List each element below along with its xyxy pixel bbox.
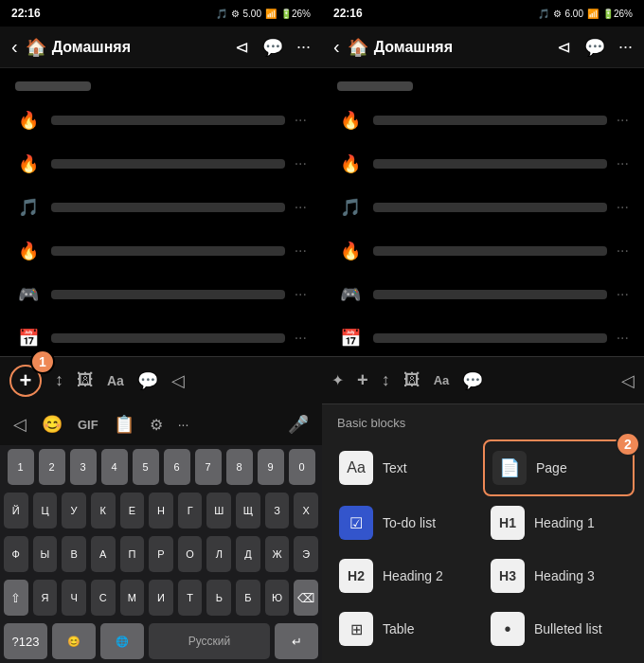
right-list-item[interactable]: 🎮 ···: [322, 273, 644, 316]
share-icon[interactable]: ⊲: [235, 37, 249, 58]
num-key[interactable]: ?123: [4, 623, 47, 659]
key-t[interactable]: Т: [178, 580, 203, 616]
item-more-4[interactable]: ···: [295, 242, 307, 260]
key-ch[interactable]: Ч: [62, 580, 86, 616]
block-text[interactable]: Aa Text: [331, 439, 483, 496]
item-more-6[interactable]: ···: [295, 330, 307, 347]
key-8[interactable]: 8: [226, 449, 253, 485]
key-i[interactable]: И: [149, 580, 173, 616]
key-ya[interactable]: Я: [33, 580, 58, 616]
emoji-icon[interactable]: 😊: [42, 414, 63, 435]
image-icon[interactable]: 🖼: [77, 370, 94, 390]
right-list-item[interactable]: 🔥 ···: [322, 142, 644, 186]
key-1[interactable]: 1: [8, 449, 34, 485]
key-u[interactable]: У: [62, 493, 86, 529]
clipboard-icon[interactable]: 📋: [114, 414, 134, 435]
mic-icon[interactable]: 🎤: [288, 414, 309, 435]
key-k[interactable]: К: [91, 493, 116, 529]
key-3[interactable]: 3: [70, 449, 97, 485]
key-g[interactable]: Г: [178, 493, 203, 529]
key-d[interactable]: Д: [236, 536, 260, 572]
chat-icon[interactable]: 💬: [262, 37, 283, 58]
key-sch[interactable]: Щ: [236, 493, 260, 529]
more-icon[interactable]: ···: [296, 37, 311, 58]
key-y2[interactable]: Ы: [33, 536, 58, 572]
gif-button[interactable]: GIF: [78, 418, 98, 432]
right-font-icon[interactable]: Aa: [434, 373, 450, 387]
item-more-3[interactable]: ···: [295, 199, 307, 216]
right-more-icon[interactable]: ···: [618, 37, 633, 58]
right-resize-icon[interactable]: ↕: [382, 370, 390, 390]
arrow-left-icon[interactable]: ◁: [13, 414, 27, 435]
block-h1[interactable]: H1 Heading 1: [483, 496, 635, 549]
key-o[interactable]: О: [178, 536, 203, 572]
key-0[interactable]: 0: [289, 449, 315, 485]
comment-icon[interactable]: 💬: [137, 370, 158, 391]
right-back-nav-icon[interactable]: ◁: [621, 370, 635, 391]
block-h3[interactable]: H3 Heading 3: [483, 549, 635, 602]
key-e2[interactable]: Э: [294, 536, 318, 572]
key-a[interactable]: А: [91, 536, 116, 572]
more-options-icon[interactable]: ···: [178, 417, 189, 432]
back-icon[interactable]: ◁: [171, 370, 185, 391]
list-item[interactable]: 🔥 ···: [0, 99, 322, 142]
right-plus-icon[interactable]: +: [357, 369, 368, 391]
right-item-more-6[interactable]: ···: [617, 330, 629, 347]
block-table[interactable]: ⊞ Table: [331, 602, 483, 655]
list-item[interactable]: 🎮 ···: [0, 273, 322, 316]
key-9[interactable]: 9: [258, 449, 284, 485]
key-soft[interactable]: Ь: [206, 580, 231, 616]
key-b[interactable]: Б: [236, 580, 260, 616]
key-kh[interactable]: Х: [294, 493, 318, 529]
list-item[interactable]: 🎵 ···: [0, 186, 322, 229]
key-e[interactable]: Е: [120, 493, 145, 529]
right-item-more-2[interactable]: ···: [617, 155, 629, 172]
right-list-item[interactable]: 🎵 ···: [322, 186, 644, 229]
shift-key[interactable]: ⇧: [4, 580, 28, 616]
right-comment-icon[interactable]: 💬: [462, 370, 483, 391]
backspace-key[interactable]: ⌫: [294, 580, 318, 616]
resize-icon[interactable]: ↕: [55, 370, 63, 390]
key-l[interactable]: Л: [206, 536, 231, 572]
key-s[interactable]: С: [91, 580, 116, 616]
right-item-more-5[interactable]: ···: [617, 286, 629, 303]
key-zh[interactable]: Ж: [265, 536, 290, 572]
list-item[interactable]: 🔥 ···: [0, 142, 322, 186]
font-icon[interactable]: Aa: [107, 373, 124, 388]
right-image-icon[interactable]: 🖼: [403, 370, 420, 390]
right-back-button[interactable]: ‹: [333, 36, 340, 58]
list-item[interactable]: 🔥 ···: [0, 229, 322, 273]
settings-icon[interactable]: ⚙: [150, 416, 163, 434]
right-list-item[interactable]: 📅 ···: [322, 316, 644, 356]
key-f[interactable]: Ф: [4, 536, 28, 572]
item-more-5[interactable]: ···: [295, 286, 307, 303]
block-bullet[interactable]: • Bulleted list: [483, 602, 635, 655]
right-list-item[interactable]: 🔥 ···: [322, 229, 644, 273]
right-item-more-1[interactable]: ···: [617, 112, 629, 129]
key-n[interactable]: Н: [149, 493, 173, 529]
key-y[interactable]: Й: [4, 493, 28, 529]
right-item-more-4[interactable]: ···: [617, 242, 629, 260]
key-2[interactable]: 2: [39, 449, 65, 485]
space-key[interactable]: Русский: [149, 623, 270, 659]
sparkle-icon[interactable]: ✦: [331, 371, 344, 389]
key-r[interactable]: Р: [149, 536, 173, 572]
emoji-key[interactable]: 😊: [52, 623, 96, 659]
key-6[interactable]: 6: [164, 449, 190, 485]
key-4[interactable]: 4: [101, 449, 128, 485]
item-more-2[interactable]: ···: [295, 155, 307, 172]
right-chat-icon[interactable]: 💬: [584, 37, 605, 58]
key-7[interactable]: 7: [195, 449, 222, 485]
key-sh[interactable]: Ш: [206, 493, 231, 529]
right-share-icon[interactable]: ⊲: [557, 37, 571, 58]
key-p[interactable]: П: [120, 536, 145, 572]
left-back-button[interactable]: ‹: [11, 36, 18, 58]
right-item-more-3[interactable]: ···: [617, 199, 629, 216]
globe-key[interactable]: 🌐: [100, 623, 144, 659]
block-page[interactable]: 📄 Page 2: [483, 439, 635, 496]
enter-key[interactable]: ↵: [275, 623, 318, 659]
right-list-item[interactable]: 🔥 ···: [322, 99, 644, 142]
key-yu[interactable]: Ю: [265, 580, 290, 616]
block-h2[interactable]: H2 Heading 2: [331, 549, 483, 602]
key-v[interactable]: В: [62, 536, 86, 572]
